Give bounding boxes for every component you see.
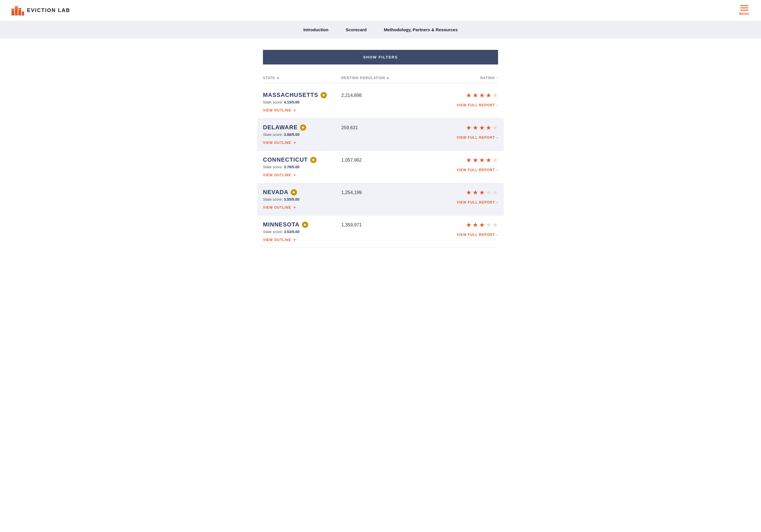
chevron-down-icon: ▼ — [293, 174, 297, 177]
star-3: ★ — [479, 156, 485, 164]
svg-rect-3 — [15, 6, 18, 8]
logo-area: EVICTION LAB — [12, 5, 70, 16]
population-col: 259,631 — [341, 124, 420, 131]
table-row: DELAWARE ★ State score: 3.88/5.00 VIEW O… — [257, 118, 504, 151]
score-value: 3.53/5.00 — [284, 230, 299, 234]
col-state-label: STATE — [263, 76, 275, 80]
featured-badge: ★ — [310, 157, 317, 163]
chevron-right-icon: › — [497, 201, 498, 204]
table-row: NEVADA ★ State score: 3.55/5.00 VIEW OUT… — [257, 183, 504, 216]
chevron-right-icon: › — [497, 103, 498, 107]
state-col: DELAWARE ★ State score: 3.88/5.00 VIEW O… — [263, 124, 341, 145]
svg-rect-5 — [18, 8, 21, 10]
score-value: 4.15/5.00 — [284, 100, 299, 104]
view-report-button[interactable]: VIEW FULL REPORT › — [457, 135, 498, 139]
main-content: SHOW FILTERS STATE ⇅ RENTING POPULATION … — [257, 50, 504, 248]
state-score: State score: 3.53/5.00 — [263, 230, 341, 234]
population-value: 1,057,962 — [341, 158, 362, 163]
state-name: NEVADA ★ — [263, 189, 341, 195]
star-1: ★ — [466, 189, 472, 196]
view-outline-button[interactable]: VIEW OUTLINE ▼ — [263, 238, 297, 242]
star-4: ★ — [486, 124, 492, 132]
star-5: ★ — [492, 189, 498, 196]
chevron-down-icon: ▼ — [293, 109, 297, 112]
col-state-sort-icon[interactable]: ⇅ — [277, 77, 279, 80]
population-col: 1,359,971 — [341, 221, 420, 228]
col-header-population: RENTING POPULATION ⇅ — [341, 76, 420, 80]
star-4: ★ — [486, 189, 492, 196]
col-rating-label: RATING — [480, 76, 495, 80]
score-value: 3.88/5.00 — [284, 133, 299, 137]
svg-rect-6 — [22, 12, 24, 16]
population-value: 2,214,898 — [341, 93, 362, 98]
rating-col: ★★★★★ VIEW FULL REPORT › — [420, 156, 498, 172]
state-col: MASSACHUSETTS ★ State score: 4.15/5.00 V… — [263, 92, 341, 112]
star-1: ★ — [466, 156, 472, 164]
menu-button[interactable]: MENU — [739, 5, 749, 16]
star-2: ★ — [473, 124, 478, 132]
stars: ★★★★★ — [466, 124, 498, 132]
state-col: CONNECTICUT ★ State score: 3.78/5.00 VIE… — [263, 156, 341, 177]
star-3: ★ — [479, 124, 485, 132]
state-name: MINNESOTA ★ — [263, 221, 341, 228]
menu-bar-3 — [740, 10, 748, 11]
state-score: State score: 3.88/5.00 — [263, 133, 341, 137]
logo-icon — [12, 5, 24, 16]
chevron-right-icon: › — [497, 168, 498, 172]
population-value: 1,254,199 — [341, 190, 362, 195]
view-outline-button[interactable]: VIEW OUTLINE ▼ — [263, 173, 297, 177]
view-report-button[interactable]: VIEW FULL REPORT › — [457, 200, 498, 204]
menu-bar-1 — [740, 5, 748, 6]
star-4: ★ — [486, 92, 492, 99]
menu-bar-2 — [740, 7, 748, 8]
chevron-down-icon: ▼ — [293, 206, 297, 209]
stars: ★★★★★ — [466, 156, 498, 164]
header: EVICTION LAB MENU — [0, 0, 761, 21]
rating-col: ★★★★★ VIEW FULL REPORT › — [420, 92, 498, 107]
population-value: 259,631 — [341, 125, 358, 131]
score-value: 3.55/5.00 — [284, 197, 299, 201]
stars: ★★★★★ — [466, 221, 498, 229]
state-rows-container: MASSACHUSETTS ★ State score: 4.15/5.00 V… — [263, 86, 498, 248]
stars: ★★★★★ — [466, 189, 498, 196]
nav-item-methodology[interactable]: Methodology, Partners & Resources — [384, 27, 458, 32]
table-row: MASSACHUSETTS ★ State score: 4.15/5.00 V… — [263, 86, 498, 118]
featured-badge: ★ — [321, 92, 327, 98]
state-name: CONNECTICUT ★ — [263, 156, 341, 163]
table-header: STATE ⇅ RENTING POPULATION ⇅ RATING ↑ — [263, 73, 498, 83]
star-2: ★ — [473, 221, 478, 229]
chevron-down-icon: ▼ — [293, 141, 297, 144]
star-1: ★ — [466, 221, 472, 229]
star-4: ★ — [486, 221, 492, 229]
svg-rect-0 — [12, 10, 14, 16]
star-1: ★ — [466, 124, 472, 132]
star-2: ★ — [473, 156, 478, 164]
rating-col: ★★★★★ VIEW FULL REPORT › — [420, 221, 498, 237]
col-population-label: RENTING POPULATION — [341, 76, 385, 80]
svg-rect-2 — [15, 8, 18, 16]
star-4: ★ — [486, 156, 492, 164]
featured-badge: ★ — [300, 125, 306, 131]
table-row: CONNECTICUT ★ State score: 3.78/5.00 VIE… — [263, 151, 498, 183]
population-col: 1,254,199 — [341, 189, 420, 195]
rating-col: ★★★★★ VIEW FULL REPORT › — [420, 124, 498, 139]
star-5: ★ — [492, 221, 498, 229]
col-population-sort-icon[interactable]: ⇅ — [386, 77, 389, 80]
col-rating-sort-icon[interactable]: ↑ — [497, 77, 498, 80]
view-outline-button[interactable]: VIEW OUTLINE ▼ — [263, 108, 297, 112]
nav-item-scorecard[interactable]: Scorecard — [345, 27, 367, 32]
view-outline-button[interactable]: VIEW OUTLINE ▼ — [263, 205, 297, 210]
col-header-rating: RATING ↑ — [420, 76, 498, 80]
nav-item-introduction[interactable]: Introduction — [303, 27, 328, 32]
state-name: DELAWARE ★ — [263, 124, 341, 131]
population-col: 1,057,962 — [341, 156, 420, 163]
score-value: 3.78/5.00 — [284, 165, 299, 169]
star-5: ★ — [492, 156, 498, 164]
view-report-button[interactable]: VIEW FULL REPORT › — [457, 233, 498, 237]
featured-badge: ★ — [302, 222, 308, 228]
chevron-right-icon: › — [497, 233, 498, 237]
view-outline-button[interactable]: VIEW OUTLINE ▼ — [263, 141, 297, 145]
show-filters-button[interactable]: SHOW FILTERS — [263, 50, 498, 65]
view-report-button[interactable]: VIEW FULL REPORT › — [457, 103, 498, 107]
view-report-button[interactable]: VIEW FULL REPORT › — [457, 168, 498, 172]
